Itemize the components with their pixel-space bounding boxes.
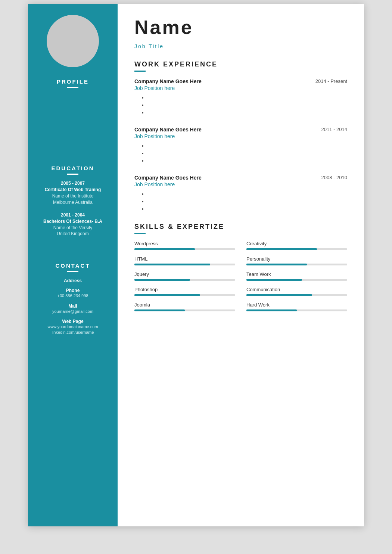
work-experience-underline — [134, 71, 146, 72]
education-item-2: 2001 - 2004 Bachelors Of Sciences- B.A N… — [28, 212, 118, 237]
resume-name: Name — [134, 17, 347, 38]
skill-joomla-fill — [134, 309, 185, 311]
work-entry-2-header: Company Name Goes Here 2011 - 2014 — [134, 127, 347, 133]
company-2: Company Name Goes Here — [134, 127, 202, 133]
company-1: Company Name Goes Here — [134, 78, 202, 84]
profile-underline — [67, 87, 78, 88]
skill-photoshop-name: Photoshop — [134, 287, 235, 292]
education-section: EDUCATION 2005 - 2007 Certificate Of Web… — [28, 165, 118, 244]
skill-hardwork: Hard Work — [246, 302, 347, 311]
skill-teamwork: Team Work — [246, 271, 347, 281]
skill-wordpress-bg — [134, 248, 235, 250]
skills-grid: Wordpress HTML Jquery — [134, 241, 347, 317]
skill-teamwork-bg — [246, 279, 347, 281]
skill-teamwork-fill — [246, 279, 302, 281]
company-3: Company Name Goes Here — [134, 175, 202, 181]
skill-html-bg — [134, 264, 235, 265]
main-content: Name Job Title WORK EXPERIENCE Company N… — [118, 4, 364, 526]
skills-underline — [134, 233, 146, 234]
profile-section: PROFILE — [28, 78, 118, 94]
skill-creativity-fill — [246, 248, 317, 250]
skills-right: Creativity Personality Team Work — [246, 241, 347, 317]
bullet-3-3 — [147, 206, 347, 212]
web-label: Web Page — [32, 319, 114, 324]
skill-photoshop: Photoshop — [134, 287, 235, 296]
education-title: EDUCATION — [28, 165, 118, 171]
contact-address: Address — [28, 278, 118, 283]
skill-hardwork-bg — [246, 309, 347, 311]
skill-teamwork-name: Team Work — [246, 271, 347, 277]
dates-3: 2008 - 2010 — [321, 175, 347, 180]
position-2: Job Position here — [134, 133, 347, 139]
skill-hardwork-fill — [246, 309, 297, 311]
work-experience-section: WORK EXPERIENCE Company Name Goes Here 2… — [134, 60, 347, 212]
sidebar: PROFILE EDUCATION 2005 - 2007 Certificat… — [28, 4, 118, 526]
bullet-1-1 — [147, 95, 347, 100]
skill-jquery-bg — [134, 279, 235, 281]
avatar — [47, 15, 99, 67]
profile-title: PROFILE — [28, 78, 118, 85]
skill-jquery: Jquery — [134, 271, 235, 281]
bullet-2-2 — [147, 150, 347, 156]
address-label: Address — [32, 278, 114, 283]
contact-underline — [67, 271, 78, 272]
resume-job-title: Job Title — [134, 43, 347, 49]
skill-html-name: HTML — [134, 256, 235, 262]
skill-photoshop-fill — [134, 294, 200, 296]
edu-degree-2: Bachelors Of Sciences- B.A — [35, 219, 110, 224]
edu-institute-2: Name of the Versity United Kingdom — [35, 225, 110, 237]
work-entry-3-header: Company Name Goes Here 2008 - 2010 — [134, 175, 347, 181]
web-value1: www.yourdomainname.com — [32, 324, 114, 330]
mail-label: Mail — [32, 304, 114, 309]
education-item-1: 2005 - 2007 Certificate Of Web Traning N… — [28, 181, 118, 206]
web-value2: linkedin.com/username — [32, 330, 114, 335]
skill-personality-name: Personality — [246, 256, 347, 262]
skill-communication-fill — [246, 294, 312, 296]
edu-year-2: 2001 - 2004 — [35, 212, 110, 218]
skill-personality: Personality — [246, 256, 347, 265]
dates-1: 2014 - Present — [315, 78, 347, 84]
skill-jquery-name: Jquery — [134, 271, 235, 277]
skill-creativity-bg — [246, 248, 347, 250]
work-entry-1: Company Name Goes Here 2014 - Present Jo… — [134, 78, 347, 115]
edu-institute-1: Name of the Institute Melbourne Australi… — [35, 193, 110, 206]
name-section: Name Job Title — [134, 17, 347, 49]
work-experience-title: WORK EXPERIENCE — [134, 60, 347, 68]
contact-phone: Phone +00 556 234 998 — [28, 288, 118, 299]
skill-jquery-fill — [134, 279, 190, 281]
position-3: Job Position here — [134, 181, 347, 187]
work-entry-3: Company Name Goes Here 2008 - 2010 Job P… — [134, 175, 347, 212]
skill-hardwork-name: Hard Work — [246, 302, 347, 308]
bullet-3-1 — [147, 191, 347, 197]
skill-creativity-name: Creativity — [246, 241, 347, 246]
edu-degree-1: Certificate Of Web Traning — [35, 187, 110, 192]
work-entry-1-header: Company Name Goes Here 2014 - Present — [134, 78, 347, 84]
bullet-1-3 — [147, 110, 347, 115]
skills-section: SKILLS & EXPERTIZE Wordpress HTML — [134, 223, 347, 317]
skill-communication-name: Communication — [246, 287, 347, 292]
skill-joomla-bg — [134, 309, 235, 311]
dates-2: 2011 - 2014 — [321, 127, 347, 132]
skill-communication: Communication — [246, 287, 347, 296]
contact-title: CONTACT — [28, 262, 118, 269]
skill-photoshop-bg — [134, 294, 235, 296]
phone-value: +00 556 234 998 — [32, 293, 114, 299]
contact-mail: Mail yourname@gmail.com — [28, 304, 118, 314]
contact-web: Web Page www.yourdomainname.com linkedin… — [28, 319, 118, 336]
skill-personality-fill — [246, 264, 307, 265]
skill-creativity: Creativity — [246, 241, 347, 250]
skills-left: Wordpress HTML Jquery — [134, 241, 235, 317]
position-1: Job Position here — [134, 85, 347, 91]
education-underline — [67, 174, 78, 175]
bullets-3 — [147, 191, 347, 212]
skill-wordpress-fill — [134, 248, 195, 250]
skill-personality-bg — [246, 264, 347, 265]
contact-section: CONTACT Address Phone +00 556 234 998 Ma… — [28, 262, 118, 340]
bullet-2-1 — [147, 143, 347, 149]
bullet-1-2 — [147, 102, 347, 108]
work-entry-2: Company Name Goes Here 2011 - 2014 Job P… — [134, 127, 347, 164]
bullet-2-3 — [147, 158, 347, 164]
bullet-3-2 — [147, 199, 347, 204]
skill-joomla: Joomla — [134, 302, 235, 311]
edu-year-1: 2005 - 2007 — [35, 181, 110, 186]
